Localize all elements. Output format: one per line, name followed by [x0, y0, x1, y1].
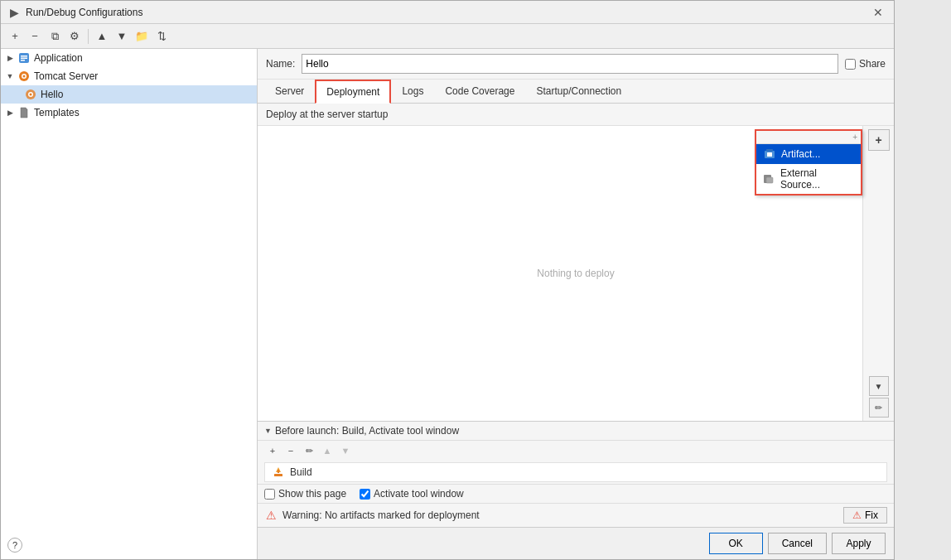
- svg-rect-17: [278, 470, 279, 473]
- build-item: Build: [264, 462, 887, 482]
- tree-item-tomcat-server[interactable]: ▼ Tomcat Server: [1, 67, 257, 85]
- before-launch-remove-button[interactable]: −: [282, 442, 299, 459]
- svg-point-6: [23, 75, 26, 78]
- share-checkbox[interactable]: [845, 59, 856, 70]
- templates-label: Templates: [34, 107, 80, 118]
- deploy-empty-text: Nothing to deploy: [537, 268, 614, 279]
- ok-button[interactable]: OK: [709, 533, 763, 554]
- tabs-bar: Server Deployment Logs Code Coverage Sta…: [258, 80, 894, 104]
- sort-button[interactable]: ⇅: [152, 27, 171, 46]
- warning-bar: ⚠ Warning: No artifacts marked for deplo…: [258, 503, 894, 527]
- artifact-icon: [763, 147, 776, 161]
- external-source-icon: [763, 172, 775, 186]
- edit-button[interactable]: ✏: [869, 398, 889, 418]
- warning-icon: ⚠: [264, 509, 278, 522]
- tomcat-server-label: Tomcat Server: [34, 70, 98, 82]
- main-content: ▶ Application ▼: [1, 49, 894, 559]
- dialog-title: Run/Debug Configurations: [26, 7, 869, 18]
- svg-point-9: [30, 94, 32, 96]
- tab-startup-connection[interactable]: Startup/Connection: [525, 80, 632, 104]
- before-launch-header[interactable]: ▼ Before launch: Build, Activate tool wi…: [258, 422, 894, 440]
- add-configuration-button[interactable]: +: [6, 27, 24, 46]
- tab-deployment[interactable]: Deployment: [315, 80, 391, 104]
- add-artifact-button[interactable]: +: [868, 129, 890, 151]
- scroll-down-button[interactable]: ▼: [869, 376, 889, 396]
- application-icon: [17, 51, 31, 65]
- tomcat-icon: [17, 70, 31, 83]
- svg-rect-14: [766, 177, 773, 183]
- tree-item-application[interactable]: ▶ Application: [1, 49, 257, 67]
- before-launch-up-button[interactable]: ▲: [319, 442, 336, 459]
- show-page-checkbox[interactable]: [264, 489, 275, 500]
- copy-configuration-button[interactable]: ⧉: [46, 27, 64, 46]
- fix-icon: ⚠: [852, 509, 862, 521]
- dropdown-popup: +: [755, 129, 862, 196]
- share-row: Share: [845, 58, 886, 70]
- action-buttons-panel: + +: [862, 126, 894, 421]
- right-panel: Name: Share Server Deployment Logs Code …: [258, 49, 894, 559]
- before-launch-toolbar: + − ✏ ▲ ▼: [258, 440, 894, 461]
- svg-rect-1: [21, 56, 27, 57]
- bottom-buttons: OK Cancel Apply: [258, 527, 894, 559]
- show-page-option: Show this page: [264, 488, 346, 500]
- apply-button[interactable]: Apply: [832, 533, 886, 554]
- title-bar: ▶ Run/Debug Configurations ✕: [1, 1, 894, 24]
- before-launch-title: Before launch: Build, Activate tool wind…: [275, 425, 459, 437]
- build-icon: [272, 466, 285, 479]
- settings-button[interactable]: ⚙: [65, 27, 84, 46]
- before-launch-add-button[interactable]: +: [264, 442, 281, 459]
- move-down-button[interactable]: ▼: [113, 27, 131, 46]
- share-label: Share: [859, 58, 886, 70]
- svg-rect-11: [766, 149, 773, 152]
- tab-server[interactable]: Server: [264, 80, 315, 104]
- ide-background: [895, 0, 951, 560]
- templates-icon: [17, 106, 31, 119]
- tree-item-hello[interactable]: Hello: [1, 85, 257, 104]
- svg-rect-3: [21, 60, 25, 61]
- activate-tool-checkbox[interactable]: [360, 489, 370, 500]
- options-row: Show this page Activate tool window: [258, 484, 894, 503]
- deploy-area: Nothing to deploy + +: [258, 126, 894, 421]
- svg-rect-2: [21, 58, 27, 60]
- tab-code-coverage[interactable]: Code Coverage: [434, 80, 525, 104]
- remove-configuration-button[interactable]: −: [26, 27, 44, 46]
- tree-arrow-tomcat: ▼: [4, 70, 16, 82]
- before-launch-edit-button[interactable]: ✏: [301, 442, 317, 459]
- hello-label: Hello: [41, 89, 63, 100]
- fix-button[interactable]: ⚠ Fix: [843, 507, 887, 524]
- help-button[interactable]: ?: [7, 538, 22, 553]
- toolbar-separator-1: [88, 29, 89, 44]
- dropdown-external-source-item[interactable]: External Source...: [756, 164, 861, 194]
- before-launch-section: ▼ Before launch: Build, Activate tool wi…: [258, 421, 894, 484]
- tab-logs[interactable]: Logs: [391, 80, 434, 104]
- activate-tool-label: Activate tool window: [374, 488, 464, 500]
- move-up-button[interactable]: ▲: [93, 27, 111, 46]
- artifact-label: Artifact...: [781, 148, 820, 160]
- run-debug-dialog: ▶ Run/Debug Configurations ✕ + − ⧉ ⚙ ▲ ▼…: [0, 0, 895, 560]
- build-label: Build: [290, 466, 312, 478]
- svg-rect-15: [274, 474, 282, 476]
- dropdown-artifact-item[interactable]: Artifact...: [756, 144, 861, 164]
- show-page-label: Show this page: [278, 488, 346, 500]
- tree-arrow-templates: ▶: [4, 107, 16, 118]
- name-row: Name: Share: [258, 49, 894, 80]
- name-label: Name:: [266, 58, 295, 70]
- dialog-icon: ▶: [7, 6, 21, 19]
- tree-item-templates[interactable]: ▶ Templates: [1, 104, 257, 122]
- dropdown-header: +: [756, 131, 861, 144]
- external-source-label: External Source...: [780, 167, 854, 191]
- warning-text: Warning: No artifacts marked for deploym…: [282, 509, 838, 521]
- close-button[interactable]: ✕: [869, 3, 887, 22]
- deploy-header: Deploy at the server startup: [258, 104, 894, 126]
- before-launch-down-button[interactable]: ▼: [337, 442, 354, 459]
- tree-arrow-application: ▶: [4, 52, 16, 64]
- application-label: Application: [34, 52, 83, 64]
- hello-icon: [24, 88, 37, 101]
- name-input[interactable]: [302, 54, 838, 74]
- tab-content-deployment: Deploy at the server startup Nothing to …: [258, 104, 894, 527]
- folder-button[interactable]: 📁: [133, 27, 151, 46]
- before-launch-arrow: ▼: [264, 427, 272, 435]
- cancel-button[interactable]: Cancel: [768, 533, 827, 554]
- activate-tool-window-option: Activate tool window: [360, 488, 464, 500]
- left-panel: ▶ Application ▼: [1, 49, 258, 559]
